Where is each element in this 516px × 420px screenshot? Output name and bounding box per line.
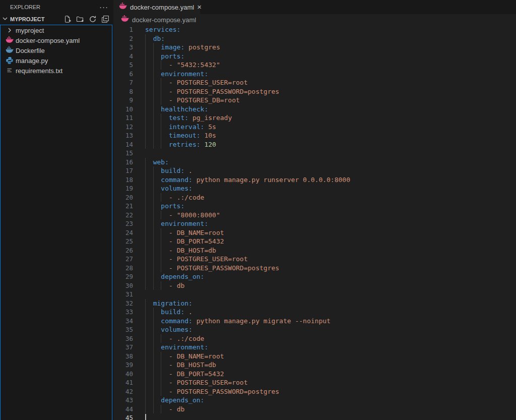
code-line[interactable]: 4 ports: — [113, 52, 516, 61]
code-line[interactable]: 2 db: — [113, 34, 516, 43]
code-line[interactable]: 14 retries: 120 — [113, 140, 516, 149]
indent-guide — [161, 140, 161, 149]
code-line[interactable]: 11 test: pg_isready — [113, 113, 516, 123]
line-content: - .:/code — [145, 193, 516, 202]
token-string: . — [184, 308, 192, 316]
new-file-icon[interactable] — [62, 14, 73, 24]
explorer-section-header[interactable]: MYPROJECT — [0, 14, 113, 25]
code-line[interactable]: 38 - DB_NAME=root — [113, 352, 516, 361]
code-line[interactable]: 18 command: python manage.py runserver 0… — [113, 175, 516, 185]
code-line[interactable]: 32 migration: — [113, 299, 516, 308]
line-number: 39 — [113, 361, 133, 370]
code-line[interactable]: 6 environment: — [113, 70, 516, 79]
indent-guide — [145, 52, 146, 61]
code-line[interactable]: 1services: — [113, 25, 516, 34]
code-line[interactable]: 3 image: postgres — [113, 43, 516, 52]
code-line[interactable]: 40 - DB_PORT=5432 — [113, 370, 516, 379]
code-line[interactable]: 17 build: . — [113, 166, 516, 175]
token-key: interval: — [169, 123, 204, 131]
code-line[interactable]: 41 - POSTGRES_USER=root — [113, 378, 516, 387]
code-line[interactable]: 22 - "8000:8000" — [113, 211, 516, 220]
code-line[interactable]: 33 build: . — [113, 308, 516, 317]
code-line[interactable]: 20 - .:/code — [113, 193, 516, 202]
indent-guide — [161, 361, 161, 370]
code-line[interactable]: 26 - DB_HOST=db — [113, 246, 516, 255]
code-line[interactable]: 28 - POSTGRES_PASSWORD=postgres — [113, 264, 516, 273]
tree-item-myproject[interactable]: myproject — [1, 25, 112, 35]
code-line[interactable]: 45 — [113, 413, 516, 420]
code-line[interactable]: 27 - POSTGRES_USER=root — [113, 255, 516, 264]
line-number: 45 — [113, 413, 133, 420]
tab-bar: docker-compose.yaml × — [113, 0, 516, 14]
code-line[interactable]: 19 volumes: — [113, 184, 516, 193]
code-line[interactable]: 44 - db — [113, 405, 516, 414]
code-line[interactable]: 29 depends_on: — [113, 272, 516, 281]
token-dash: - — [169, 361, 177, 369]
line-number: 41 — [113, 378, 133, 387]
code-line[interactable]: 35 volumes: — [113, 325, 516, 334]
code-line[interactable]: 12 interval: 5s — [113, 123, 516, 132]
tree-item-dockerfile[interactable]: Dockerfile — [1, 45, 112, 55]
docker-compose-icon — [121, 15, 129, 25]
indent-guide — [161, 264, 161, 273]
refresh-icon[interactable] — [88, 14, 98, 24]
code-line[interactable]: 25 - DB_PORT=5432 — [113, 237, 516, 246]
code-line[interactable]: 13 timeout: 10s — [113, 131, 516, 140]
code-line[interactable]: 36 - .:/code — [113, 334, 516, 343]
tree-item-label: Dockerfile — [16, 47, 45, 54]
close-icon[interactable]: × — [197, 4, 202, 11]
code-line[interactable]: 39 - DB_HOST=db — [113, 361, 516, 370]
indent-guide — [161, 113, 161, 123]
section-actions — [62, 14, 110, 24]
code-line[interactable]: 7 - POSTGRES_USER=root — [113, 78, 516, 87]
tree-item-docker-compose-yaml[interactable]: docker-compose.yaml — [1, 35, 112, 45]
collapse-all-icon[interactable] — [100, 14, 110, 24]
code-line[interactable]: 24 - DB_NAME=root — [113, 228, 516, 237]
tab-docker-compose[interactable]: docker-compose.yaml × — [113, 0, 200, 14]
tree-item-requirements-txt[interactable]: requirements.txt — [1, 66, 112, 76]
code-line[interactable]: 37 environment: — [113, 343, 516, 352]
breadcrumb[interactable]: docker-compose.yaml — [113, 14, 516, 25]
indent-guide — [153, 396, 154, 405]
line-number: 25 — [113, 237, 133, 246]
indent-guide — [145, 325, 146, 334]
line-number: 38 — [113, 352, 133, 361]
code-line[interactable]: 16 web: — [113, 158, 516, 167]
code-line[interactable]: 23 environment: — [113, 219, 516, 228]
indent-guide — [153, 52, 154, 61]
token-dash: - — [169, 352, 177, 360]
indent-guide — [145, 317, 146, 326]
indent-guide — [153, 123, 154, 132]
code-line[interactable]: 5 - "5432:5432" — [113, 61, 516, 70]
code-line[interactable]: 8 - POSTGRES_PASSWORD=postgres — [113, 87, 516, 96]
code-line[interactable]: 42 - POSTGRES_PASSWORD=postgres — [113, 387, 516, 396]
code-editor[interactable]: 1services:2 db:3 image: postgres4 ports:… — [113, 25, 516, 420]
tab-label: docker-compose.yaml — [130, 4, 194, 11]
code-line[interactable]: 9 - POSTGRES_DB=root — [113, 96, 516, 105]
token-string: .:/code — [177, 194, 205, 201]
token-string: DB_HOST=db — [177, 361, 216, 369]
tree-item-label: requirements.txt — [16, 67, 62, 75]
code-line[interactable]: 10 healthcheck: — [113, 105, 516, 114]
code-line[interactable]: 43 depends_on: — [113, 396, 516, 405]
indent-guide — [153, 228, 154, 237]
code-line[interactable]: 31 — [113, 290, 516, 299]
indent-guide — [161, 87, 161, 96]
line-content: - POSTGRES_DB=root — [145, 96, 516, 105]
indent-guide — [145, 123, 146, 132]
indent-guide — [145, 96, 146, 105]
line-number: 4 — [113, 52, 133, 61]
more-actions-icon[interactable]: ··· — [99, 5, 108, 10]
line-content: - POSTGRES_USER=root — [145, 255, 516, 264]
code-line[interactable]: 30 - db — [113, 281, 516, 290]
tree-item-manage-py[interactable]: manage.py — [1, 55, 112, 66]
code-line[interactable]: 34 command: python manage.py migrate --n… — [113, 317, 516, 326]
line-number: 19 — [113, 184, 133, 193]
token-string: db — [177, 282, 185, 289]
new-folder-icon[interactable] — [75, 14, 85, 24]
indent-guide — [153, 246, 154, 255]
line-number: 32 — [113, 299, 133, 308]
line-number: 37 — [113, 343, 133, 352]
code-line[interactable]: 21 ports: — [113, 202, 516, 211]
code-line[interactable]: 15 — [113, 149, 516, 158]
